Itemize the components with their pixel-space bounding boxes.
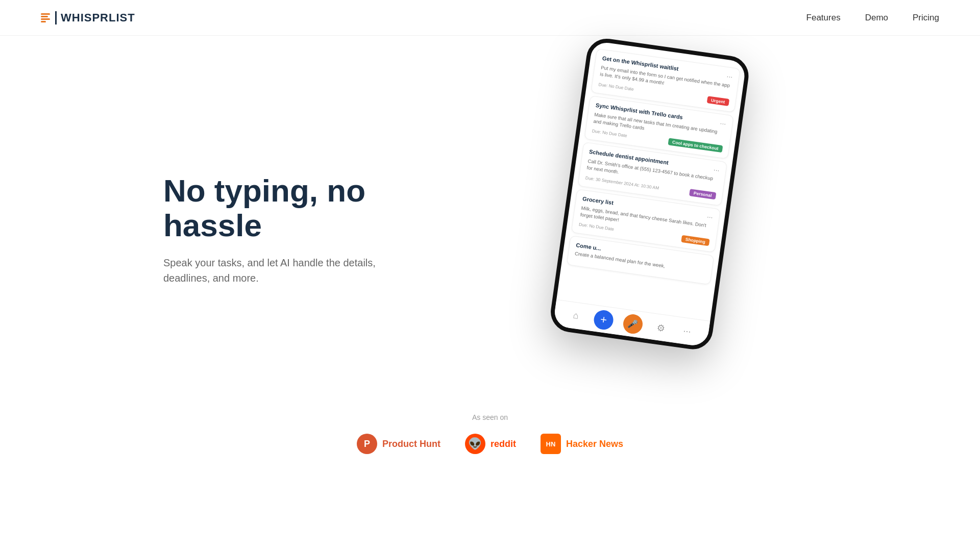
reddit-brand[interactable]: 👽 reddit	[465, 434, 516, 454]
home-icon[interactable]: ⌂	[567, 307, 585, 325]
logo-text: WHISPRLIST	[55, 11, 135, 24]
logo[interactable]: WHISPRLIST	[41, 11, 135, 24]
nav-links: Features Demo Pricing	[806, 13, 939, 23]
task-due: Due: No Due Date	[592, 129, 627, 139]
as-seen-on-section: As seen on P Product Hunt 👽 reddit HN Ha…	[0, 393, 980, 485]
hacker-news-brand[interactable]: HN Hacker News	[541, 434, 623, 454]
navbar: WHISPRLIST Features Demo Pricing	[0, 0, 980, 36]
as-seen-label: As seen on	[0, 413, 980, 421]
phone-mockup: Get on the Whisprlist waitlist ··· Put m…	[548, 36, 751, 352]
task-due: Due: No Due Date	[578, 222, 614, 232]
nav-features[interactable]: Features	[806, 13, 841, 22]
task-menu-icon[interactable]: ···	[720, 119, 727, 127]
phone-mockup-container: Get on the Whisprlist waitlist ··· Put m…	[419, 56, 878, 352]
nav-demo[interactable]: Demo	[865, 13, 888, 22]
settings-icon[interactable]: ⚙	[651, 318, 670, 337]
hacker-news-label: Hacker News	[566, 439, 623, 449]
hacker-news-icon: HN	[541, 434, 561, 454]
reddit-icon: 👽	[465, 434, 485, 454]
reddit-label: reddit	[491, 439, 516, 449]
nav-pricing[interactable]: Pricing	[913, 13, 939, 22]
task-tag: Urgent	[706, 96, 729, 106]
phone-inner: Get on the Whisprlist waitlist ··· Put m…	[553, 41, 747, 347]
hero-text-block: No typing, no hassle Speak your tasks, a…	[163, 173, 419, 286]
more-icon[interactable]: ···	[678, 322, 696, 340]
hero-title: No typing, no hassle	[163, 173, 419, 243]
hero-section: No typing, no hassle Speak your tasks, a…	[0, 36, 980, 393]
task-tag: Shopping	[681, 235, 710, 246]
task-tag: Personal	[689, 189, 716, 199]
task-due: Due: No Due Date	[598, 82, 634, 92]
task-menu-icon[interactable]: ···	[706, 213, 714, 220]
logo-icon	[41, 13, 50, 22]
task-menu-icon[interactable]: ···	[726, 72, 733, 80]
task-menu-icon[interactable]: ···	[713, 166, 720, 173]
product-hunt-label: Product Hunt	[382, 439, 440, 449]
product-hunt-brand[interactable]: P Product Hunt	[357, 434, 440, 454]
add-task-button[interactable]: +	[593, 309, 615, 331]
product-hunt-icon: P	[357, 434, 377, 454]
hero-subtitle: Speak your tasks, and let AI handle the …	[163, 255, 419, 286]
brand-row: P Product Hunt 👽 reddit HN Hacker News	[0, 434, 980, 454]
task-list: Get on the Whisprlist waitlist ··· Put m…	[556, 41, 746, 321]
mic-button[interactable]: 🎤	[622, 313, 644, 335]
